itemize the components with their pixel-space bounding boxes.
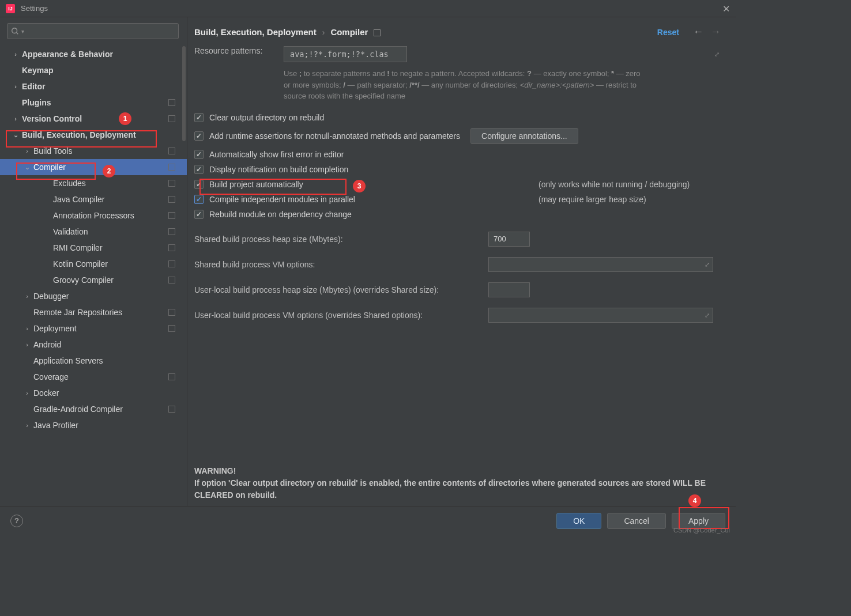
sidebar-item-debugger[interactable]: ›Debugger <box>0 288 187 304</box>
chevron-right-icon: › <box>24 422 30 429</box>
chevron-down-icon: ▾ <box>21 28 24 35</box>
checkbox[interactable] <box>194 195 204 204</box>
checkbox-row: Compile independent modules in parallel(… <box>194 192 723 207</box>
chevron-right-icon: › <box>24 390 30 396</box>
resource-patterns-label: Resource patterns: <box>194 46 284 55</box>
breadcrumb-separator: › <box>322 28 325 37</box>
sidebar-item-kotlin-compiler[interactable]: Kotlin Compiler <box>0 256 187 272</box>
expand-icon[interactable]: ⤢ <box>714 51 720 58</box>
form-field-row: User-local build process heap size (Mbyt… <box>194 277 723 303</box>
search-input[interactable]: ▾ <box>7 23 179 39</box>
sidebar-item-label: RMI Compiler <box>53 243 103 252</box>
sidebar-item-appearance-behavior[interactable]: ›Appearance & Behavior <box>0 46 187 62</box>
settings-content: Build, Execution, Deployment › Compiler … <box>187 17 736 506</box>
checkbox-label[interactable]: Build project automatically <box>209 180 303 189</box>
configure-annotations-button[interactable]: Configure annotations... <box>470 128 578 144</box>
sidebar-item-build-execution-deployment[interactable]: ⌄Build, Execution, Deployment <box>0 127 187 143</box>
sidebar-item-plugins[interactable]: Plugins <box>0 95 187 111</box>
checkbox-row: Rebuild module on dependency change <box>194 207 723 222</box>
settings-tree: ›Appearance & BehaviorKeymap›EditorPlugi… <box>0 44 187 506</box>
chevron-right-icon: › <box>13 115 18 122</box>
back-icon[interactable]: ← <box>693 26 703 38</box>
sidebar-item-deployment[interactable]: ›Deployment <box>0 320 187 337</box>
project-scope-icon <box>168 309 175 316</box>
sidebar-item-excludes[interactable]: Excludes <box>0 175 187 191</box>
reset-link[interactable]: Reset <box>657 28 679 37</box>
checkbox-label[interactable]: Clear output directory on rebuild <box>209 113 324 122</box>
field-input[interactable] <box>488 282 530 297</box>
sidebar-item-compiler[interactable]: ⌄Compiler <box>0 159 187 175</box>
checkbox[interactable] <box>194 180 204 189</box>
breadcrumb-leaf: Compiler <box>330 27 381 37</box>
watermark: CSDN @Coder_Cui <box>673 527 730 534</box>
chevron-right-icon: › <box>24 293 30 300</box>
chevron-right-icon: › <box>13 51 18 58</box>
form-field-row: Shared build process heap size (Mbytes): <box>194 226 723 252</box>
field-label: Shared build process VM options: <box>194 260 488 269</box>
checkbox[interactable] <box>194 113 204 122</box>
field-label: Shared build process heap size (Mbytes): <box>194 235 488 244</box>
field-input[interactable] <box>488 308 713 323</box>
window-title: Settings <box>21 4 48 13</box>
sidebar-item-label: Application Servers <box>33 356 103 365</box>
checkbox-label[interactable]: Rebuild module on dependency change <box>209 210 352 219</box>
checkbox[interactable] <box>194 165 204 174</box>
expand-icon[interactable]: ⤢ <box>705 311 710 319</box>
project-scope-icon <box>168 277 175 284</box>
sidebar-item-remote-jar-repositories[interactable]: Remote Jar Repositories <box>0 304 187 320</box>
sidebar-item-groovy-compiler[interactable]: Groovy Compiler <box>0 272 187 288</box>
project-scope-icon <box>168 99 175 106</box>
field-input[interactable] <box>488 232 530 247</box>
sidebar-item-coverage[interactable]: Coverage <box>0 369 187 385</box>
chevron-right-icon: › <box>13 83 18 90</box>
sidebar-item-java-profiler[interactable]: ›Java Profiler <box>0 417 187 433</box>
checkbox[interactable] <box>194 210 204 219</box>
sidebar-item-gradle-android-compiler[interactable]: Gradle-Android Compiler <box>0 401 187 417</box>
sidebar-item-editor[interactable]: ›Editor <box>0 78 187 95</box>
help-button[interactable]: ? <box>10 515 23 527</box>
svg-line-1 <box>17 33 18 35</box>
sidebar-item-annotation-processors[interactable]: Annotation Processors <box>0 207 187 224</box>
sidebar-item-label: Java Profiler <box>33 421 78 430</box>
warning-body: If option 'Clear output directory on reb… <box>194 477 723 501</box>
field-input[interactable] <box>488 257 713 272</box>
dialog-button-bar: ? OK Cancel Apply <box>0 506 736 535</box>
checkbox-label[interactable]: Add runtime assertions for notnull-annot… <box>209 131 460 141</box>
project-scope-icon <box>168 373 175 380</box>
checkbox-label[interactable]: Compile independent modules in parallel <box>209 195 355 204</box>
checkbox-label[interactable]: Display notification on build completion <box>209 165 348 174</box>
sidebar-item-application-servers[interactable]: Application Servers <box>0 353 187 369</box>
checkbox-row: Clear output directory on rebuild <box>194 110 723 125</box>
sidebar-item-label: Plugins <box>22 98 51 107</box>
close-icon[interactable]: ✕ <box>722 3 730 14</box>
cancel-button[interactable]: Cancel <box>607 513 666 529</box>
checkbox-row: Automatically show first error in editor <box>194 147 723 162</box>
sidebar-item-label: Coverage <box>33 372 69 381</box>
sidebar-item-validation[interactable]: Validation <box>0 224 187 240</box>
chevron-right-icon: › <box>24 325 30 332</box>
sidebar-item-rmi-compiler[interactable]: RMI Compiler <box>0 240 187 256</box>
checkbox[interactable] <box>194 131 204 141</box>
sidebar-item-label: Build Tools <box>33 146 72 156</box>
project-scope-icon <box>168 196 175 203</box>
sidebar-item-label: Java Compiler <box>53 195 104 204</box>
sidebar-item-android[interactable]: ›Android <box>0 337 187 353</box>
sidebar-item-docker[interactable]: ›Docker <box>0 385 187 401</box>
expand-icon[interactable]: ⤢ <box>705 260 710 268</box>
sidebar-item-java-compiler[interactable]: Java Compiler <box>0 191 187 207</box>
project-scope-icon <box>168 325 175 332</box>
sidebar-item-label: Annotation Processors <box>53 211 134 220</box>
resource-patterns-input[interactable] <box>284 46 407 62</box>
sidebar-item-build-tools[interactable]: ›Build Tools <box>0 143 187 159</box>
search-icon <box>11 27 19 35</box>
forward-icon: → <box>710 26 721 38</box>
sidebar-item-version-control[interactable]: ›Version Control <box>0 111 187 127</box>
ok-button[interactable]: OK <box>556 513 601 529</box>
sidebar-item-label: Remote Jar Repositories <box>33 308 122 317</box>
settings-sidebar: ▾ ›Appearance & BehaviorKeymap›EditorPlu… <box>0 17 187 506</box>
checkbox-label[interactable]: Automatically show first error in editor <box>209 150 344 159</box>
sidebar-item-keymap[interactable]: Keymap <box>0 62 187 78</box>
checkbox[interactable] <box>194 150 204 159</box>
project-scope-icon <box>168 180 175 187</box>
breadcrumb-root[interactable]: Build, Execution, Deployment <box>194 27 317 37</box>
